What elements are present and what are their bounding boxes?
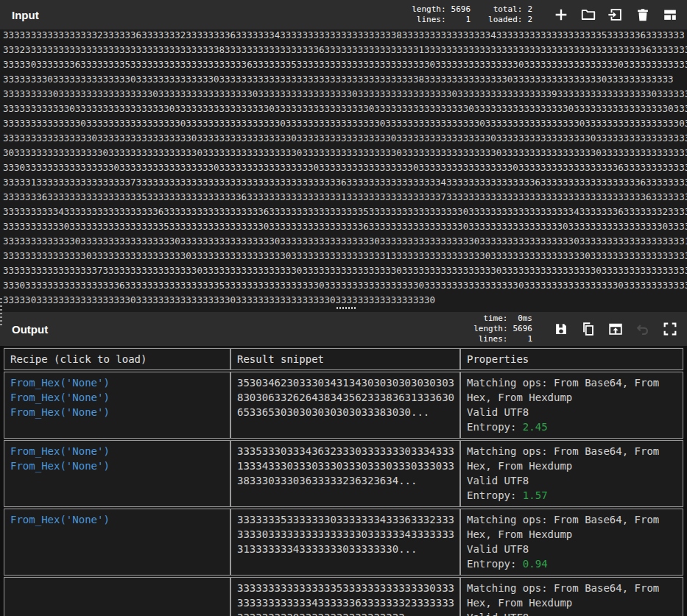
input-text-line: 3332333333333333333333333333333333333338… xyxy=(3,43,687,57)
maximize-icon xyxy=(662,321,678,337)
stat-value: 5696 xyxy=(513,324,533,334)
valid-utf8: Valid UTF8 xyxy=(467,405,677,419)
input-text: 3333333333333333323333336333333323333333… xyxy=(3,29,687,308)
open-folder-button[interactable] xyxy=(580,7,596,23)
stat-value: 2 xyxy=(527,15,532,25)
recipe-link[interactable]: From_Hex('None') xyxy=(10,459,224,473)
result-snippet-cell: 3333333333333333533333333333333033333333… xyxy=(230,577,460,616)
magic-table-body: From_Hex('None')From_Hex('None')From_Hex… xyxy=(4,372,683,616)
properties-cell: Matching ops: From Base64, From Hex, Fro… xyxy=(460,372,683,439)
stat-value: 1 xyxy=(527,334,532,344)
column-header-properties: Properties xyxy=(460,348,683,370)
stat-label: loaded: xyxy=(488,15,522,25)
magic-results-table-wrap: Recipe (click to load) Result snippet Pr… xyxy=(4,347,683,616)
matching-ops: Matching ops: From Base64, From Hex, Fro… xyxy=(467,444,677,473)
input-textarea[interactable]: 3333333333333333323333336333333323333333… xyxy=(0,29,687,312)
entropy-label: Entropy: xyxy=(467,489,523,501)
snippet-line: 6533653030303030303033383030... xyxy=(237,405,454,419)
recipe-cell: From_Hex('None')From_Hex('None')From_Hex… xyxy=(4,372,230,439)
input-text-line: 3033333333333333330333333333333333303333… xyxy=(3,146,687,160)
open-output-in-tab-button[interactable] xyxy=(607,321,624,337)
pane-splitter-grip[interactable] xyxy=(0,298,2,326)
entropy-label: Entropy: xyxy=(467,421,523,433)
snippet-line: 33353330333436323330333333303334333 xyxy=(237,444,454,459)
stat-label: length: xyxy=(412,4,445,15)
input-text-line: 3333333333333033333333333333333033333333… xyxy=(3,234,687,249)
save-icon xyxy=(553,321,569,337)
valid-utf8: Valid UTF8 xyxy=(467,610,677,616)
add-input-icon xyxy=(553,7,569,23)
copy-output-button[interactable] xyxy=(580,321,596,337)
entropy-line: Entropy: 2.45 xyxy=(467,419,677,434)
recipe-link[interactable]: From_Hex('None') xyxy=(10,512,224,527)
output-title: Output xyxy=(12,323,473,336)
maximize-output-button[interactable] xyxy=(662,321,678,337)
snippet-line: 33333333333333335333333333333330333 xyxy=(237,581,454,595)
input-text-line: 3333333333333333033333333333333333033333… xyxy=(3,131,687,146)
matching-ops: Matching ops: From Base64, From Hex, Fro… xyxy=(467,375,677,405)
entropy-line: Entropy: 0.94 xyxy=(467,556,677,571)
properties-cell: Matching ops: From Base64, From Hex, Fro… xyxy=(460,577,683,616)
open-file-button[interactable] xyxy=(607,7,624,23)
output-pane-header[interactable]: Output time:0mslength:5696lines:1 xyxy=(0,312,687,346)
entropy-line: Entropy: 1.57 xyxy=(467,488,677,503)
recipe-link[interactable]: From_Hex('None') xyxy=(10,405,224,419)
recipe-cell xyxy=(4,577,230,616)
output-stats: time:0mslength:5696lines:1 xyxy=(473,314,532,344)
cyberchef-io-panel: { "colors": { "bar_bg": "#2d2d2d", "page… xyxy=(0,0,687,616)
recipe-link[interactable]: From_Hex('None') xyxy=(10,444,224,459)
stat-label: total: xyxy=(493,4,523,15)
input-text-line: 3330333333333333333303333333333333333303… xyxy=(3,160,687,175)
input-title: Input xyxy=(12,9,412,21)
input-text-line: 3330333333333333333336333333333333333335… xyxy=(3,278,687,293)
snippet-line: 83030633262643834356233383631333630 xyxy=(237,390,454,405)
recipe-link[interactable]: From_Hex('None') xyxy=(10,375,224,390)
valid-utf8: Valid UTF8 xyxy=(467,473,677,488)
table-row: 3333333333333333533333333333333033333333… xyxy=(4,577,683,616)
table-row: From_Hex('None')From_Hex('None')33353330… xyxy=(4,440,683,507)
table-row: From_Hex('None')333333353333333033333334… xyxy=(4,509,683,576)
undo-icon xyxy=(635,321,651,337)
input-toolbar xyxy=(553,7,678,23)
result-snippet-cell: 3530346230333034313430303030303030383030… xyxy=(230,372,460,439)
recipe-cell: From_Hex('None') xyxy=(4,509,230,576)
save-output-button[interactable] xyxy=(553,321,569,337)
snippet-line: 35303462303330343134303030303030303 xyxy=(237,375,454,390)
snippet-line: 38333033303633333236323634... xyxy=(237,473,454,488)
stat-label: time: xyxy=(483,314,507,324)
trash-icon xyxy=(635,7,651,23)
undo-button[interactable] xyxy=(635,321,651,337)
input-text-line: 3333333333333333373333333333333333303333… xyxy=(3,263,687,278)
open-in-tab-icon xyxy=(607,321,624,337)
snippet-line: 33333333333343333336333333323333333 xyxy=(237,595,454,610)
stat-value: 0ms xyxy=(518,314,532,324)
snippet-line: 333333333033333333333333333... xyxy=(237,610,454,616)
input-text-line: 3333333333333333323333336333333323333333… xyxy=(3,29,687,43)
input-text-line: 3333333333330333333333333333330333333333… xyxy=(3,102,687,116)
matching-ops: Matching ops: From Base64, From Hex, Fro… xyxy=(467,512,677,542)
snippet-line: 31333333343333333033333330... xyxy=(237,542,454,556)
stat-value: 1 xyxy=(465,15,471,25)
add-input-button[interactable] xyxy=(553,7,569,23)
recipe-link[interactable]: From_Hex('None') xyxy=(10,390,224,405)
table-row: From_Hex('None')From_Hex('None')From_Hex… xyxy=(4,372,683,439)
layout-button[interactable] xyxy=(662,7,678,23)
copy-icon xyxy=(580,321,596,337)
input-text-line: 3333303333333633333333533333333333333333… xyxy=(3,57,687,72)
stat-label: lines: xyxy=(417,15,446,25)
stat-label: length: xyxy=(473,324,507,334)
entropy-value: 0.94 xyxy=(523,558,548,570)
magic-results-table: Recipe (click to load) Result snippet Pr… xyxy=(4,347,683,616)
input-text-line: 3333333633333333333333333533333333333333… xyxy=(3,190,687,205)
layout-icon xyxy=(662,7,678,23)
output-toolbar xyxy=(553,321,678,337)
clear-io-button[interactable] xyxy=(635,7,651,23)
input-text-line: 3333333333333303333333333333333303333333… xyxy=(3,116,687,131)
recipe-cell: From_Hex('None')From_Hex('None') xyxy=(4,440,230,507)
table-header-row: Recipe (click to load) Result snippet Pr… xyxy=(4,348,683,370)
column-header-result-snippet: Result snippet xyxy=(230,348,460,370)
input-text-line: 3333313333333333333333373333333333333333… xyxy=(3,175,687,190)
properties-cell: Matching ops: From Base64, From Hex, Fro… xyxy=(460,509,683,576)
entropy-value: 2.45 xyxy=(523,421,548,433)
input-stats: length:5696lines:1 xyxy=(412,4,471,25)
